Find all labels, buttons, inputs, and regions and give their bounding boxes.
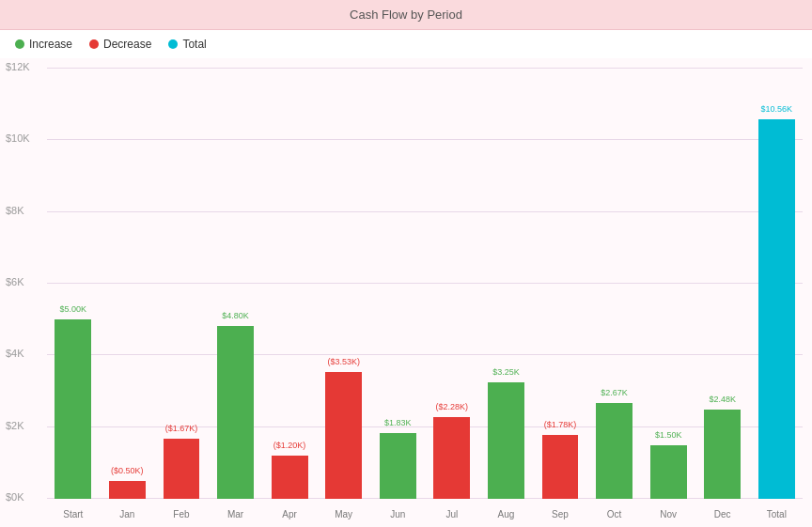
legend-total: Total	[168, 38, 206, 51]
bar-rect: $5.00K	[55, 319, 91, 499]
bar-value-label: $1.50K	[655, 430, 682, 440]
bar-group: ($2.28K)Jul	[426, 68, 478, 499]
legend-label-decrease: Decrease	[103, 38, 151, 51]
bar-rect: $1.83K	[380, 433, 416, 499]
bar-rect: $2.67K	[596, 403, 632, 499]
bar-value-label: $2.48K	[709, 395, 736, 404]
y-axis-label: $4K	[6, 348, 24, 359]
bar-group: ($0.50K)Jan	[102, 68, 154, 499]
bar-group: $5.00KStart	[47, 68, 100, 499]
bar-group: $2.48KDec	[696, 68, 749, 499]
legend-label-increase: Increase	[29, 38, 72, 51]
bar-rect: ($1.78K)	[542, 435, 579, 499]
bar-group: ($1.67K)Feb	[155, 68, 208, 499]
chart-wrapper: Cash Flow by Period Increase Decrease To…	[0, 0, 812, 527]
bar-group: $10.56KTotal	[751, 68, 804, 499]
bar-group: ($1.78K)Sep	[534, 68, 586, 499]
bar-value-label: ($1.67K)	[165, 424, 198, 433]
bar-rect: ($0.50K)	[109, 481, 146, 499]
y-axis-label: $6K	[6, 276, 24, 287]
x-axis-label: Mar	[227, 509, 243, 519]
x-axis-label: Sep	[552, 509, 569, 519]
chart-title: Cash Flow by Period	[0, 0, 812, 30]
bar-value-label: $2.67K	[601, 388, 628, 397]
y-axis-label: $0K	[6, 491, 24, 503]
y-axis-label: $10K	[6, 132, 30, 144]
chart-area: $12K$10K$8K$6K$4K$2K$0K $5.00KStart($0.5…	[0, 58, 812, 527]
y-axis-label: $8K	[6, 205, 24, 216]
bar-value-label: ($0.50K)	[111, 466, 144, 475]
x-axis-label: Jun	[390, 509, 405, 519]
bar-rect: ($2.28K)	[433, 417, 470, 499]
bar-group: $4.80KMar	[210, 68, 262, 499]
x-axis-label: Nov	[660, 509, 677, 519]
bar-value-label: $4.80K	[222, 311, 249, 320]
bar-value-label: $1.83K	[384, 418, 412, 427]
bar-rect: $1.50K	[650, 445, 687, 499]
bar-value-label: $3.25K	[492, 367, 520, 377]
x-axis-label: Dec	[714, 509, 731, 519]
x-axis-label: May	[335, 509, 352, 519]
legend-dot-decrease	[89, 39, 99, 49]
bar-group: ($1.20K)Apr	[263, 68, 316, 499]
legend-dot-increase	[15, 39, 24, 49]
legend-label-total: Total	[182, 38, 206, 51]
legend-increase: Increase	[15, 38, 72, 51]
y-axis-label: $12K	[6, 61, 30, 72]
bar-group: ($3.53K)May	[318, 68, 370, 499]
bar-rect: $10.56K	[758, 119, 795, 499]
bar-value-label: $10.56K	[761, 104, 793, 114]
bar-value-label: ($2.28K)	[436, 402, 469, 411]
bar-group: $3.25KAug	[480, 68, 533, 499]
legend-decrease: Decrease	[89, 38, 151, 51]
bar-value-label: $5.00K	[60, 304, 87, 314]
x-axis-label: Jan	[119, 509, 134, 519]
y-axis-label: $2K	[6, 420, 24, 431]
bar-rect: $4.80K	[217, 326, 254, 499]
bar-value-label: ($3.53K)	[327, 357, 360, 366]
x-axis-label: Feb	[173, 509, 189, 519]
legend: Increase Decrease Total	[0, 30, 812, 58]
x-axis-label: Jul	[445, 509, 458, 519]
legend-dot-total	[168, 39, 178, 49]
x-axis-label: Oct	[607, 509, 622, 519]
x-axis-label: Apr	[282, 509, 297, 519]
bar-rect: $3.25K	[488, 382, 524, 499]
bar-value-label: ($1.20K)	[273, 441, 306, 450]
bar-rect: ($3.53K)	[325, 372, 362, 499]
bars-container: $5.00KStart($0.50K)Jan($1.67K)Feb$4.80KM…	[47, 68, 803, 499]
bar-value-label: ($1.78K)	[544, 420, 577, 429]
bar-rect: ($1.20K)	[272, 456, 308, 499]
bar-rect: $2.48K	[704, 410, 741, 499]
x-axis-label: Total	[767, 509, 787, 519]
bar-group: $2.67KOct	[588, 68, 641, 499]
x-axis-label: Aug	[498, 509, 515, 519]
bar-group: $1.83KJun	[371, 68, 424, 499]
bar-group: $1.50KNov	[642, 68, 695, 499]
bar-rect: ($1.67K)	[164, 439, 200, 499]
x-axis-label: Start	[63, 509, 83, 519]
